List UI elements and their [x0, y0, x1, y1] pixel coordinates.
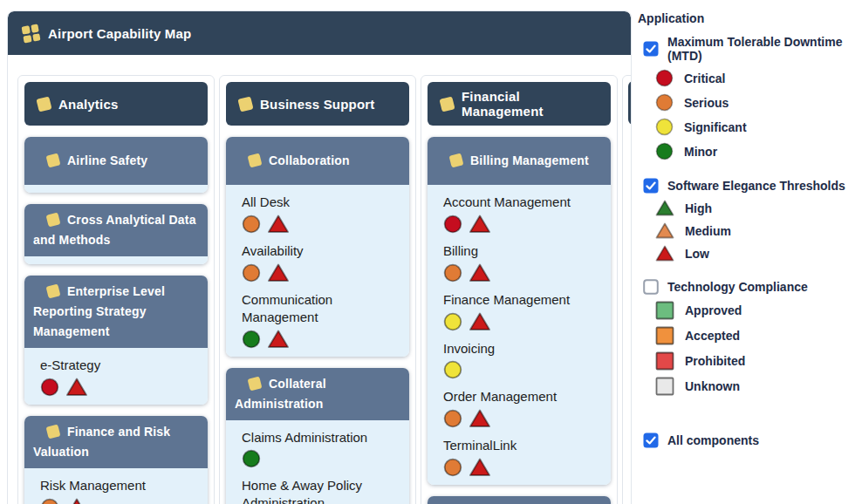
- significant-circle-icon: [655, 118, 674, 136]
- capability-map-canvas: Airport Capability Map Analytics Airline…: [7, 10, 632, 504]
- capability-business-support[interactable]: Business Support: [226, 82, 409, 126]
- group-body: Account Management Billing: [428, 185, 611, 485]
- component-claims-administration[interactable]: Claims Administration: [226, 420, 409, 468]
- critical-circle-icon: [655, 69, 674, 87]
- capability-collaboration[interactable]: Collaboration All Desk Availability: [226, 137, 409, 357]
- filter-label: All components: [667, 433, 759, 447]
- serious-circle-icon: [655, 93, 674, 112]
- legend-serious: Serious: [655, 93, 860, 112]
- capability-icon: [46, 425, 61, 439]
- group-title: Airline Safety: [67, 153, 147, 167]
- map-title: Airport Capability Map: [48, 26, 191, 41]
- capability-financial-management[interactable]: Financial Management: [428, 82, 611, 126]
- column-title: Analytics: [58, 97, 119, 112]
- filter-label: Maximum Tolerable Downtime (MTD): [667, 35, 860, 63]
- low-triangle-icon: [655, 245, 674, 262]
- component-terminallink[interactable]: TerminalLink: [428, 428, 611, 477]
- mtd-circle-icon: [40, 498, 59, 504]
- capability-cross-analytical[interactable]: Cross Analytical Data and Methods: [24, 204, 208, 264]
- capability-icon: [248, 377, 263, 392]
- capability-airline-safety[interactable]: Airline Safety: [24, 137, 208, 193]
- component-account-management[interactable]: Account Management: [428, 185, 611, 234]
- column-title: Financial Management: [462, 89, 604, 119]
- mtd-checkbox[interactable]: [643, 41, 659, 57]
- high-triangle-icon: [655, 200, 674, 216]
- legend-approved: Approved: [655, 301, 860, 320]
- filter-label: Software Elegance Thresholds: [667, 179, 845, 193]
- mtd-circle-icon: [443, 409, 462, 428]
- technology-compliance-checkbox[interactable]: [643, 279, 659, 295]
- capability-enterprise-reporting[interactable]: Enterprise Level Reporting Strategy Mana…: [24, 276, 208, 405]
- capability-analytics[interactable]: Analytics: [24, 82, 208, 126]
- capability-icon: [248, 153, 263, 168]
- elegance-triangle-icon: [469, 214, 491, 234]
- capability-board: Analytics Airline Safety Cross Analytica…: [17, 75, 632, 504]
- legend-minor: Minor: [655, 142, 860, 160]
- capability-billing-management[interactable]: Billing Management Account Management Bi…: [428, 137, 611, 485]
- component-invoicing[interactable]: Invoicing: [428, 331, 611, 379]
- elegance-triangle-icon: [267, 329, 290, 349]
- legend-medium: Medium: [655, 222, 860, 239]
- component-all-desk[interactable]: All Desk: [226, 185, 409, 234]
- prohibited-square-icon: [655, 351, 674, 371]
- elegance-triangle-icon: [469, 457, 491, 477]
- component-availability[interactable]: Availability: [226, 234, 409, 283]
- legend-critical: Critical: [655, 69, 860, 87]
- capability-icon: [36, 96, 51, 112]
- mtd-circle-icon: [443, 215, 462, 234]
- component-billing[interactable]: Billing: [428, 234, 611, 283]
- mtd-circle-icon: [242, 215, 261, 234]
- workspace-icon: [21, 24, 40, 43]
- elegance-triangle-icon: [65, 377, 88, 397]
- capability-icon: [46, 213, 61, 228]
- capability-icon: [237, 96, 253, 112]
- elegance-triangle-icon: [469, 311, 491, 331]
- mtd-circle-icon: [242, 449, 261, 468]
- group-body: [24, 185, 208, 193]
- capability-collateral-administration[interactable]: Collateral Administration Claims Adminis…: [226, 368, 409, 504]
- column-title: Business Support: [260, 97, 375, 112]
- group-body: Risk Management: [24, 468, 208, 504]
- filter-technology-compliance: Technology Compliance: [643, 279, 860, 295]
- legend-accepted: Accepted: [655, 326, 860, 345]
- legend-prohibited: Prohibited: [655, 351, 860, 371]
- legend-unknown: Unknown: [655, 377, 860, 396]
- accepted-square-icon: [655, 326, 674, 345]
- minor-circle-icon: [655, 142, 674, 160]
- elegance-triangle-icon: [469, 408, 491, 428]
- group-body: All Desk Availability: [226, 185, 409, 357]
- elegance-triangle-icon: [267, 214, 290, 234]
- component-home-away-policy[interactable]: Home & Away Policy Administration: [226, 468, 409, 504]
- legend-sidebar: Application Maximum Tolerable Downtime (…: [638, 11, 860, 448]
- mtd-circle-icon: [242, 263, 261, 283]
- capability-cash-management[interactable]: Cash Management: [428, 496, 611, 504]
- legend-high: High: [655, 200, 860, 216]
- mtd-circle-icon: [443, 263, 462, 283]
- capability-finance-risk-valuation[interactable]: Finance and Risk Valuation Risk Manageme…: [24, 416, 208, 504]
- all-components-checkbox[interactable]: [643, 432, 659, 448]
- component-finance-management[interactable]: Finance Management: [428, 283, 611, 331]
- mtd-circle-icon: [242, 330, 261, 349]
- elegance-triangle-icon: [469, 262, 491, 283]
- column-financial-management: Financial Management Billing Management …: [421, 75, 618, 504]
- map-title-bar: Airport Capability Map: [8, 11, 631, 55]
- software-elegance-checkbox[interactable]: [643, 178, 659, 194]
- column-partial: [622, 75, 632, 504]
- elegance-triangle-icon: [65, 497, 88, 504]
- medium-triangle-icon: [655, 222, 674, 239]
- approved-square-icon: [655, 301, 674, 320]
- legend-low: Low: [655, 245, 860, 262]
- group-body: Claims Administration Home & Away Policy…: [226, 420, 409, 504]
- column-business-support: Business Support Collaboration All Desk …: [219, 75, 416, 504]
- mtd-circle-icon: [443, 312, 462, 331]
- component-order-management[interactable]: Order Management: [428, 379, 611, 428]
- component-risk-management[interactable]: Risk Management: [24, 468, 208, 504]
- filter-all-components: All components: [643, 432, 860, 448]
- capability-partial[interactable]: [628, 81, 632, 125]
- filter-mtd: Maximum Tolerable Downtime (MTD): [643, 35, 860, 63]
- component-e-strategy[interactable]: e-Strategy: [24, 348, 208, 397]
- group-body: [24, 256, 208, 264]
- legend-significant: Significant: [655, 118, 860, 136]
- elegance-triangle-icon: [267, 262, 290, 283]
- component-communication-management[interactable]: Communication Management: [226, 283, 409, 349]
